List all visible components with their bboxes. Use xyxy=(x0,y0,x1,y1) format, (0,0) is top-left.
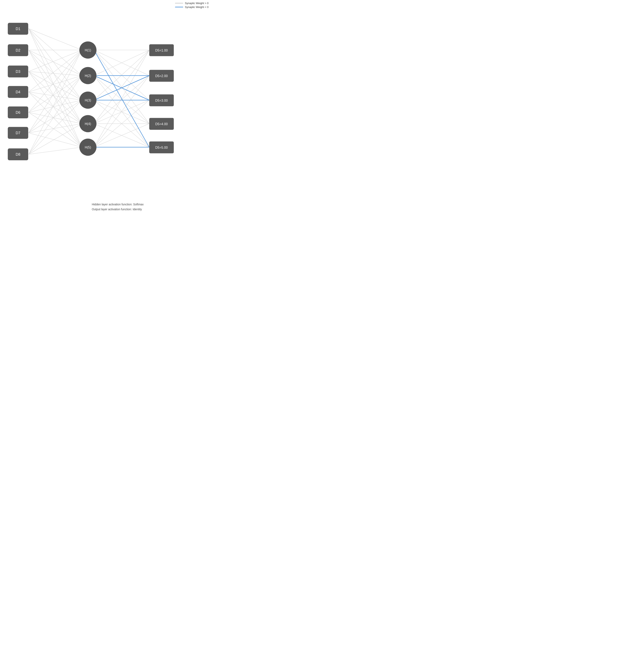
output-label-d5-2: D5=2.00 xyxy=(155,74,168,78)
hidden-label-h4: H(4) xyxy=(85,122,91,126)
svg-line-29 xyxy=(29,133,82,147)
network-diagram: Synaptic Weight > 0 Synaptic Weight < 0 xyxy=(0,0,215,219)
footer: Hidden layer activation function: Softma… xyxy=(92,203,144,213)
output-label-d5-1: D5=1.00 xyxy=(155,49,168,52)
hidden-label-h1: H(1) xyxy=(85,48,91,52)
svg-line-4 xyxy=(29,29,82,147)
input-label-d7: D7 xyxy=(16,131,20,135)
hidden-label-h3: H(3) xyxy=(85,99,91,102)
hidden-label-h2: H(2) xyxy=(85,74,91,78)
svg-line-18 xyxy=(29,92,82,124)
output-label-d5-3: D5=3.00 xyxy=(155,99,168,102)
network-svg: D1 D2 D3 D4 D6 D7 D8 H(1) H(2) H(3) H(4) xyxy=(0,0,215,219)
output-label-d5-4: D5=4.00 xyxy=(155,122,168,126)
input-label-d8: D8 xyxy=(16,152,20,156)
svg-line-31 xyxy=(29,76,82,154)
hidden-label-h5: H(5) xyxy=(85,146,91,149)
svg-line-25 xyxy=(29,50,82,133)
svg-line-23 xyxy=(29,112,82,124)
svg-line-1 xyxy=(29,29,82,76)
svg-line-24 xyxy=(29,112,82,147)
svg-line-10 xyxy=(29,50,82,72)
hidden-activation-text: Hidden layer activation function: Softma… xyxy=(92,203,144,206)
input-label-d6: D6 xyxy=(16,110,20,114)
svg-line-13 xyxy=(29,72,82,124)
svg-line-27 xyxy=(29,100,82,133)
input-label-d2: D2 xyxy=(16,48,20,52)
svg-line-6 xyxy=(29,50,82,76)
output-activation-text: Output layer activation function: Identi… xyxy=(92,207,144,211)
input-label-d3: D3 xyxy=(16,69,20,74)
svg-line-32 xyxy=(29,100,82,154)
svg-line-8 xyxy=(29,50,82,124)
input-label-d1: D1 xyxy=(16,27,20,31)
svg-line-34 xyxy=(29,147,82,154)
output-label-d5-5: D5=5.00 xyxy=(155,146,168,149)
input-label-d4: D4 xyxy=(16,90,20,94)
svg-line-26 xyxy=(29,76,82,133)
input-to-hidden-connections xyxy=(29,29,82,154)
